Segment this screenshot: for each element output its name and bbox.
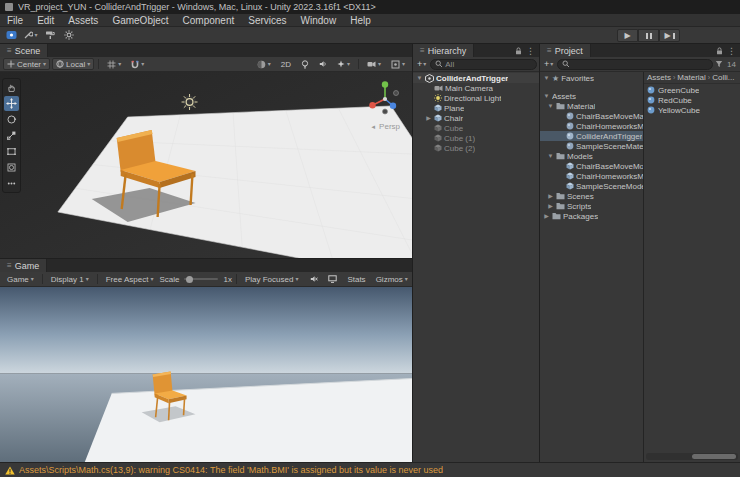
directional-light-gizmo[interactable]: [182, 94, 198, 110]
light-icon: [434, 94, 442, 102]
status-bar[interactable]: Assets\Scripts\Math.cs(13,9): warning CS…: [0, 462, 740, 477]
asset-redcube[interactable]: RedCube: [644, 95, 740, 105]
scene-lighting-toggle[interactable]: [297, 58, 313, 70]
game-view-dropdown[interactable]: Game ▾: [3, 273, 38, 285]
paint-roller-icon[interactable]: [42, 29, 57, 42]
hidden-count-badge: 14: [725, 60, 738, 69]
rect-tool-button[interactable]: [4, 144, 19, 159]
tree-row-assets[interactable]: ▼ Assets: [540, 91, 643, 101]
project-add-button[interactable]: + ▾: [542, 59, 555, 69]
tab-scene[interactable]: ≡ Scene: [0, 44, 48, 57]
folder-icon: [552, 212, 561, 220]
ground-plane[interactable]: [58, 106, 412, 258]
titlebar[interactable]: VR_project_YUN - ColliderAndTrigger - Wi…: [0, 0, 740, 14]
game-viewport[interactable]: [0, 287, 412, 462]
shading-mode-dropdown[interactable]: ▾: [253, 58, 275, 70]
hierarchy-item-main-camera[interactable]: Main Camera: [413, 83, 539, 93]
menu-edit[interactable]: Edit: [30, 14, 61, 26]
gizmos-dropdown[interactable]: ▾: [387, 58, 409, 70]
play-focused-dropdown[interactable]: Play Focused ▾: [241, 273, 302, 285]
scrollbar-thumb[interactable]: [692, 454, 736, 459]
tools-dropdown[interactable]: ▾: [23, 29, 38, 42]
tree-row-scripts[interactable]: ▶ Scripts: [540, 201, 643, 211]
tab-hierarchy[interactable]: ≡ Hierarchy: [413, 44, 474, 57]
filter-icon[interactable]: [715, 60, 723, 68]
mute-audio-button[interactable]: [306, 273, 322, 285]
pause-button[interactable]: [638, 29, 659, 42]
tool-handle-pivot-dropdown[interactable]: Center ▾: [3, 58, 50, 70]
tree-row-chairbasemovema[interactable]: ChairBaseMoveMa...: [540, 111, 643, 121]
hierarchy-item-cube-1[interactable]: Cube (1): [413, 133, 539, 143]
scene-viewport[interactable]: ◄ Persp: [0, 72, 412, 258]
hierarchy-item-chair[interactable]: ▶ Chair: [413, 113, 539, 123]
gear-icon[interactable]: [61, 29, 76, 42]
aspect-dropdown[interactable]: Free Aspect ▾: [102, 273, 158, 285]
project-menu-icon[interactable]: ⋮: [727, 46, 736, 56]
asset-greencube[interactable]: GreenCube: [644, 85, 740, 95]
metrics-button[interactable]: [324, 273, 341, 285]
breadcrumb-collider[interactable]: Colli...: [712, 73, 734, 82]
scene-camera-dropdown[interactable]: ▾: [363, 58, 385, 70]
grid-visibility-dropdown[interactable]: ▾: [103, 58, 125, 70]
tree-row-material[interactable]: ▼ Material: [540, 101, 643, 111]
hierarchy-scene-row[interactable]: ▼ ColliderAndTrigger: [413, 73, 539, 83]
hierarchy-search-input[interactable]: All: [430, 59, 537, 70]
asset-yellowcube[interactable]: YellowCube: [644, 105, 740, 115]
scale-slider-thumb[interactable]: [186, 276, 193, 283]
move-tool-button[interactable]: [4, 96, 19, 111]
scale-tool-button[interactable]: [4, 128, 19, 143]
scale-slider[interactable]: [184, 278, 218, 280]
menu-gameobject[interactable]: GameObject: [105, 14, 175, 26]
scene-audio-toggle[interactable]: [315, 58, 331, 70]
step-button[interactable]: ▶: [659, 29, 680, 42]
display-dropdown[interactable]: Display 1 ▾: [47, 273, 93, 285]
hierarchy-menu-icon[interactable]: ⋮: [526, 46, 535, 56]
menu-assets[interactable]: Assets: [61, 14, 105, 26]
hierarchy-item-cube-2[interactable]: Cube (2): [413, 143, 539, 153]
tree-row-scenes[interactable]: ▶ Scenes: [540, 191, 643, 201]
tree-row-chairbasemovemo[interactable]: ChairBaseMoveMo...: [540, 161, 643, 171]
hierarchy-item-plane[interactable]: Plane: [413, 103, 539, 113]
perspective-label[interactable]: ◄ Persp: [370, 122, 400, 131]
2d-toggle[interactable]: 2D: [277, 58, 295, 70]
breadcrumb-material[interactable]: Material: [677, 73, 705, 82]
expand-arrow[interactable]: ▶: [425, 115, 432, 121]
menu-component[interactable]: Component: [176, 14, 242, 26]
tab-project[interactable]: ≡ Project: [540, 44, 591, 57]
menu-services[interactable]: Services: [241, 14, 293, 26]
menu-window[interactable]: Window: [294, 14, 344, 26]
tool-handle-rotation-dropdown[interactable]: Local ▾: [52, 58, 94, 70]
snap-magnet-dropdown[interactable]: ▾: [127, 58, 148, 70]
tree-row-samplescenemode[interactable]: SampleSceneMode...: [540, 181, 643, 191]
view-tool-button[interactable]: [4, 80, 19, 95]
effects-dropdown[interactable]: ▾: [333, 58, 354, 70]
rotate-tool-button[interactable]: [4, 112, 19, 127]
hierarchy-item-directional-light[interactable]: Directional Light: [413, 93, 539, 103]
plugin-icon[interactable]: [4, 29, 19, 42]
tree-row-colliderandtrigger[interactable]: ColliderAndTrigger: [540, 131, 643, 141]
game-canvas[interactable]: [0, 287, 412, 462]
tree-row-samplescenemate[interactable]: SampleSceneMate...: [540, 141, 643, 151]
transform-tool-button[interactable]: [4, 160, 19, 175]
menu-help[interactable]: Help: [343, 14, 378, 26]
lock-icon[interactable]: [716, 47, 723, 55]
horizontal-scrollbar[interactable]: [646, 453, 738, 460]
breadcrumb-assets[interactable]: Assets: [647, 73, 671, 82]
lock-icon[interactable]: [515, 47, 522, 55]
orientation-gizmo[interactable]: [359, 78, 407, 122]
tree-row-packages[interactable]: ▶ Packages: [540, 211, 643, 221]
tree-row-chairhomeworksm-mat[interactable]: ChairHomeworksM...: [540, 121, 643, 131]
tab-game[interactable]: ≡ Game: [0, 259, 47, 272]
tree-row-models[interactable]: ▼ Models: [540, 151, 643, 161]
hierarchy-add-button[interactable]: + ▾: [415, 59, 428, 69]
favorites-row[interactable]: ▼ ★ Favorites: [540, 73, 643, 83]
project-search-input[interactable]: [557, 59, 713, 70]
scene-canvas[interactable]: [0, 72, 412, 258]
game-gizmos-dropdown[interactable]: Gizmos ▾: [372, 273, 412, 285]
stats-button[interactable]: Stats: [343, 273, 369, 285]
menu-file[interactable]: File: [0, 14, 30, 26]
custom-tool-button[interactable]: [4, 176, 19, 191]
play-button[interactable]: ▶: [617, 29, 638, 42]
hierarchy-item-cube[interactable]: Cube: [413, 123, 539, 133]
tree-row-chairhomeworksm-mod[interactable]: ChairHomeworksM...: [540, 171, 643, 181]
